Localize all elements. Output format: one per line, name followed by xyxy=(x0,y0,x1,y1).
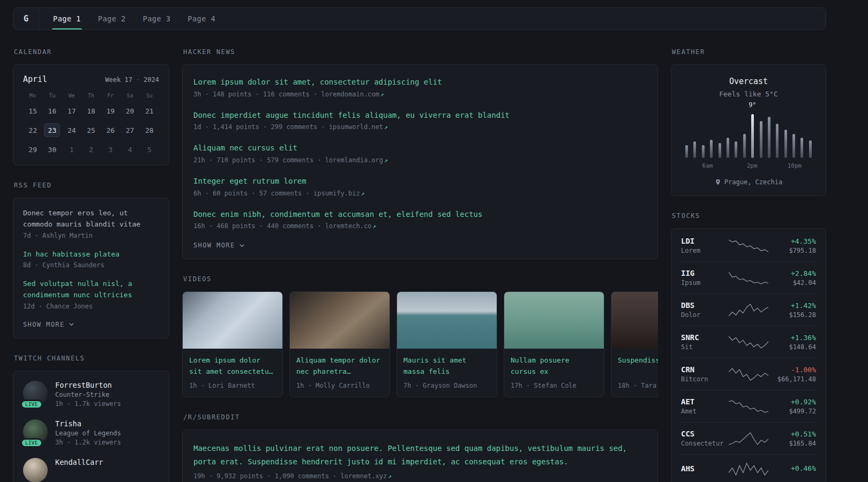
video-thumbnail[interactable] xyxy=(611,292,658,349)
video-thumbnail[interactable] xyxy=(183,292,282,349)
calendar-day-next-month[interactable]: 1 xyxy=(64,142,80,156)
dow-mo: Mo xyxy=(29,93,36,99)
calendar-day-next-month[interactable]: 5 xyxy=(141,142,158,156)
stock-price: $165.84 xyxy=(770,440,816,447)
hn-item-title[interactable]: Donec enim nibh, condimentum et accumsan… xyxy=(193,209,647,221)
stock-name: Dolor xyxy=(681,311,727,319)
video-card[interactable]: Aliquam tempor dolor nec pharetra… 1h · … xyxy=(289,291,390,397)
calendar-day-selected[interactable]: 23 xyxy=(44,123,60,137)
chevron-down-icon xyxy=(239,243,245,248)
video-title[interactable]: Nullam posuere cursus ex xyxy=(511,355,597,378)
channel-name[interactable]: ForrestBurton xyxy=(55,381,121,389)
stock-symbol[interactable]: AHS xyxy=(681,464,727,473)
calendar-day[interactable]: 15 xyxy=(25,104,41,118)
channel-name[interactable]: Trisha xyxy=(55,419,121,428)
subreddit-section-title: /R/SUBREDDIT xyxy=(183,413,657,421)
avatar: LIVE xyxy=(23,419,48,444)
stock-change: +0.46% xyxy=(770,464,816,472)
video-title[interactable]: Mauris sit amet massa felis xyxy=(403,355,490,378)
calendar-day[interactable]: 16 xyxy=(44,104,60,118)
external-link-icon[interactable]: ↗ xyxy=(380,91,384,98)
rss-item-title[interactable]: Sed volutpat nulla nisl, a condimentum n… xyxy=(23,278,159,301)
channel-category[interactable]: League of Legends xyxy=(55,430,121,437)
hn-domain-link[interactable]: loremdomain.com xyxy=(321,91,379,98)
calendar-day[interactable]: 27 xyxy=(122,123,138,137)
calendar-day[interactable]: 28 xyxy=(141,123,158,137)
tab-page-2[interactable]: Page 2 xyxy=(89,8,134,29)
tab-page-4[interactable]: Page 4 xyxy=(179,8,224,29)
calendar-day-next-month[interactable]: 3 xyxy=(102,142,118,156)
rss-item-title[interactable]: In hac habitasse platea xyxy=(23,249,159,260)
weather-bar xyxy=(719,143,721,158)
calendar-day[interactable]: 19 xyxy=(102,104,118,118)
weather-bar xyxy=(760,121,762,158)
channel-name[interactable]: KendallCarr xyxy=(55,458,103,466)
calendar-day[interactable]: 30 xyxy=(44,142,60,156)
external-link-icon[interactable]: ↗ xyxy=(372,223,376,230)
left-column: CALENDAR April Week 17 · 2024 Mo Tu We T… xyxy=(13,32,169,482)
external-link-icon[interactable]: ↗ xyxy=(384,124,388,131)
weather-time-labels: 6am 2pm 10pm xyxy=(685,162,812,171)
stock-symbol[interactable]: LDI xyxy=(681,237,727,245)
video-thumbnail[interactable] xyxy=(504,292,604,349)
stock-sparkline xyxy=(727,303,770,318)
calendar-day[interactable]: 29 xyxy=(25,142,41,156)
video-title[interactable]: Lorem ipsum dolor sit amet consectetu… xyxy=(189,355,276,378)
hackernews-item: Integer eget rutrum lorem 6h · 60 points… xyxy=(193,176,647,197)
weather-bar xyxy=(743,134,746,158)
rss-item-meta: 8d · Cynthia Saunders xyxy=(23,261,159,269)
calendar-day[interactable]: 22 xyxy=(25,123,41,137)
stock-row: SNRCSit +1.36%$148.64 xyxy=(680,326,817,358)
calendar-day[interactable]: 25 xyxy=(83,123,99,137)
subreddit-domain-link[interactable]: loremnet.xyz xyxy=(341,472,387,480)
stock-symbol[interactable]: AET xyxy=(681,397,727,406)
hackernews-section-title: HACKER NEWS xyxy=(183,48,657,56)
stock-symbol[interactable]: CRN xyxy=(681,365,727,374)
stock-symbol[interactable]: SNRC xyxy=(681,333,727,342)
video-card[interactable]: Suspendisse diam 18h · Tara xyxy=(611,291,658,397)
subreddit-post-title[interactable]: Maecenas mollis pulvinar erat non posuer… xyxy=(193,442,647,468)
dow-fr: Fr xyxy=(107,93,114,99)
rss-item: Donec tempor eros leo, ut commodo mauris… xyxy=(23,208,159,239)
calendar-day[interactable]: 24 xyxy=(64,123,80,137)
video-thumbnail[interactable] xyxy=(290,292,390,349)
video-card[interactable]: Mauris sit amet massa felis 7h · Grayson… xyxy=(396,291,497,397)
video-thumbnail[interactable] xyxy=(397,292,497,349)
calendar-day[interactable]: 26 xyxy=(102,123,118,137)
stock-sparkline xyxy=(727,462,770,477)
external-link-icon[interactable]: ↗ xyxy=(361,190,365,197)
stock-price: $499.72 xyxy=(770,408,816,415)
hn-show-more-button[interactable]: SHOW MORE xyxy=(193,242,647,249)
app-logo[interactable]: G xyxy=(13,8,39,29)
rss-show-more-button[interactable]: SHOW MORE xyxy=(23,321,159,328)
video-title[interactable]: Aliquam tempor dolor nec pharetra… xyxy=(296,355,383,378)
channel-category[interactable]: Counter-Strike xyxy=(55,391,121,398)
hn-item-title[interactable]: Integer eget rutrum lorem xyxy=(193,176,647,187)
external-link-icon[interactable]: ↗ xyxy=(384,157,388,164)
external-link-icon[interactable]: ↗ xyxy=(388,473,392,480)
calendar-day[interactable]: 21 xyxy=(141,104,158,118)
hn-domain-link[interactable]: loremlandia.org xyxy=(325,156,383,164)
rss-item-title[interactable]: Donec tempor eros leo, ut commodo mauris… xyxy=(23,208,159,230)
hn-item-title[interactable]: Donec imperdiet augue tincidunt felis al… xyxy=(193,110,647,122)
tab-page-1[interactable]: Page 1 xyxy=(44,8,89,29)
weather-bar xyxy=(702,145,705,158)
stock-symbol[interactable]: CCS xyxy=(681,430,727,438)
hn-domain-link[interactable]: ipsumify.biz xyxy=(313,190,360,197)
weather-feels-like: Feels like 5°C xyxy=(682,90,815,98)
calendar-day[interactable]: 18 xyxy=(83,104,99,118)
video-card[interactable]: Lorem ipsum dolor sit amet consectetu… 1… xyxy=(182,291,283,397)
calendar-day[interactable]: 20 xyxy=(122,104,138,118)
video-title[interactable]: Suspendisse diam xyxy=(618,355,658,378)
stock-symbol[interactable]: IIG xyxy=(681,269,727,277)
hn-item-title[interactable]: Lorem ipsum dolor sit amet, consectetur … xyxy=(193,77,647,88)
calendar-day-next-month[interactable]: 2 xyxy=(83,142,99,156)
tab-page-3[interactable]: Page 3 xyxy=(134,8,179,29)
calendar-day[interactable]: 17 xyxy=(64,104,80,118)
hn-domain-link[interactable]: loremtech.co xyxy=(325,222,372,230)
hn-domain-link[interactable]: ipsumworld.net xyxy=(329,123,383,131)
hn-item-title[interactable]: Aliquam nec cursus elit xyxy=(193,142,647,154)
video-card[interactable]: Nullam posuere cursus ex 17h · Stefan Co… xyxy=(504,291,604,397)
calendar-day-next-month[interactable]: 4 xyxy=(122,142,138,156)
stock-symbol[interactable]: DBS xyxy=(681,301,727,310)
